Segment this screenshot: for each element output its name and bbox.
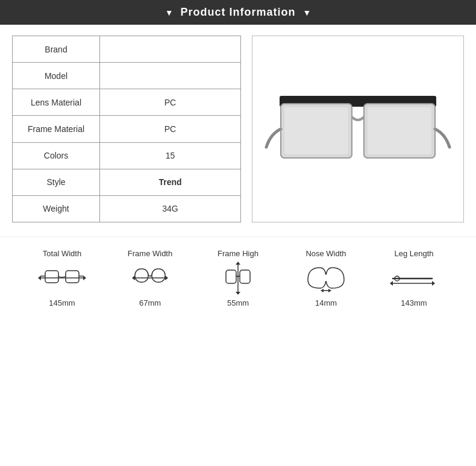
svg-marker-16: [165, 276, 168, 280]
dim-leg-length-label: Leg Length: [394, 249, 433, 258]
total-width-icon: [38, 262, 86, 295]
product-image: [261, 69, 454, 189]
svg-marker-25: [321, 289, 324, 292]
svg-marker-9: [83, 276, 86, 280]
header-arrow-left: ▼: [165, 8, 174, 17]
table-cell-label: Model: [13, 63, 100, 89]
product-image-box: [252, 36, 464, 222]
table-cell-value: 15: [100, 142, 241, 169]
svg-marker-15: [132, 276, 135, 280]
table-cell-label: Style: [13, 169, 100, 195]
dim-leg-length: Leg Length 143mm: [378, 249, 450, 307]
svg-rect-4: [368, 107, 431, 154]
table-cell-value: [100, 63, 241, 89]
header-arrow-right: ▼: [303, 8, 312, 17]
table-cell-label: Weight: [13, 195, 100, 222]
dim-nose-width-label: Nose Width: [305, 249, 346, 258]
table-row: Weight34G: [13, 195, 241, 222]
dim-nose-width-value: 14mm: [315, 298, 337, 307]
table-row: Brand: [13, 36, 241, 63]
dim-frame-width-label: Frame Width: [128, 249, 172, 258]
table-row: StyleTrend: [13, 169, 241, 195]
product-info-table: BrandModelLens MaterialPCFrame MaterialP…: [12, 36, 241, 222]
dim-total-width: Total Width 145mm: [26, 249, 98, 307]
table-cell-label: Brand: [13, 36, 100, 63]
svg-rect-2: [284, 107, 348, 154]
table-cell-value: PC: [100, 89, 241, 116]
table-row: Lens MaterialPC: [13, 89, 241, 116]
svg-marker-26: [328, 289, 331, 292]
svg-rect-17: [135, 269, 148, 282]
table-row: Frame MaterialPC: [13, 116, 241, 142]
dim-total-width-label: Total Width: [43, 249, 81, 258]
dim-frame-width: Frame Width 67mm: [114, 249, 186, 307]
dimensions-section: Total Width 145mm Frame Width 67mm: [0, 236, 476, 313]
svg-marker-31: [432, 281, 435, 286]
nose-width-icon: [302, 262, 350, 295]
svg-marker-30: [390, 281, 393, 286]
leg-length-icon: [390, 262, 438, 295]
dim-nose-width: Nose Width 14mm: [290, 249, 362, 307]
dim-total-width-value: 145mm: [49, 298, 75, 307]
table-cell-value: 34G: [100, 195, 241, 222]
table-cell-value: PC: [100, 116, 241, 142]
svg-rect-11: [66, 271, 79, 283]
dim-frame-width-value: 67mm: [139, 298, 161, 307]
table-cell-label: Lens Material: [13, 89, 100, 116]
dim-frame-high: Frame High 55mm: [202, 249, 274, 307]
svg-rect-18: [152, 269, 165, 282]
header-title: Product Information: [181, 6, 296, 19]
dim-frame-high-value: 55mm: [227, 298, 249, 307]
dim-frame-high-label: Frame High: [218, 249, 258, 258]
table-cell-value: Trend: [100, 169, 241, 195]
table-cell-label: Colors: [13, 142, 100, 169]
svg-marker-8: [38, 276, 41, 280]
frame-high-icon: [214, 262, 262, 295]
table-cell-label: Frame Material: [13, 116, 100, 142]
svg-rect-22: [226, 270, 236, 283]
main-content: BrandModelLens MaterialPCFrame MaterialP…: [0, 25, 476, 233]
svg-rect-23: [240, 270, 250, 283]
svg-marker-21: [236, 292, 240, 295]
table-row: Colors15: [13, 142, 241, 169]
dim-leg-length-value: 143mm: [401, 298, 427, 307]
frame-width-icon: [126, 262, 174, 295]
table-row: Model: [13, 63, 241, 89]
table-cell-value: [100, 36, 241, 63]
svg-rect-10: [45, 271, 58, 283]
product-info-header: ▼ Product Information ▼: [0, 0, 476, 25]
svg-marker-20: [236, 262, 240, 265]
